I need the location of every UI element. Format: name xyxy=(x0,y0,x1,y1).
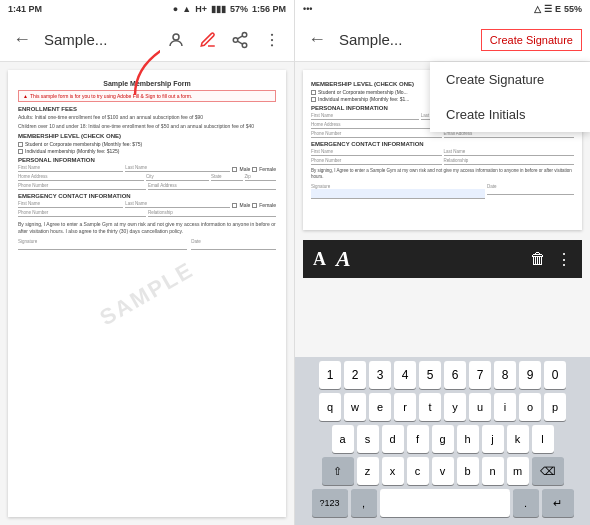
key-k[interactable]: k xyxy=(507,425,529,453)
emg-male-checkbox[interactable] xyxy=(232,203,237,208)
key-z[interactable]: z xyxy=(357,457,379,485)
key-0[interactable]: 0 xyxy=(544,361,566,389)
space-key[interactable] xyxy=(380,489,510,517)
right-phone[interactable]: Phone Number xyxy=(311,131,442,138)
right-first-name[interactable]: First Name xyxy=(311,113,419,120)
key-l[interactable]: l xyxy=(532,425,554,453)
key-m[interactable]: m xyxy=(507,457,529,485)
email-field[interactable]: Email Address xyxy=(148,183,276,190)
key-7[interactable]: 7 xyxy=(469,361,491,389)
key-b[interactable]: b xyxy=(457,457,479,485)
membership-opt1: Student or Corporate membership (Monthly… xyxy=(18,141,276,147)
right-emg-first[interactable]: First Name xyxy=(311,149,442,156)
right-doc-title: Sample... xyxy=(339,31,473,48)
emg-relationship[interactable]: Relationship xyxy=(148,210,276,217)
last-name-field[interactable]: Last Name xyxy=(125,165,230,172)
right-date-field[interactable]: Date xyxy=(487,184,574,199)
sig-delete-button[interactable]: 🗑 xyxy=(530,250,546,268)
right-emg-relationship[interactable]: Relationship xyxy=(444,158,575,165)
membership-title: MEMBERSHIP LEVEL (CHECK ONE) xyxy=(18,133,276,139)
right-status-bar: ••• △ ☰ E 55% xyxy=(295,0,590,18)
key-i[interactable]: i xyxy=(494,393,516,421)
address-field[interactable]: Home Address xyxy=(18,174,144,181)
sig-more-button[interactable]: ⋮ xyxy=(556,250,572,269)
key-u[interactable]: u xyxy=(469,393,491,421)
first-name-field[interactable]: First Name xyxy=(18,165,123,172)
key-s[interactable]: s xyxy=(357,425,379,453)
right-emg-phone[interactable]: Phone Number xyxy=(311,158,442,165)
key-p[interactable]: p xyxy=(544,393,566,421)
person-icon[interactable] xyxy=(162,26,190,54)
sig-letter-plain[interactable]: A xyxy=(313,249,326,270)
emg-phone[interactable]: Phone Number xyxy=(18,210,146,217)
enrollment-title: ENROLLMENT FEES xyxy=(18,106,276,112)
female-checkbox[interactable] xyxy=(252,167,257,172)
key-e[interactable]: e xyxy=(369,393,391,421)
city-field[interactable]: City xyxy=(146,174,209,181)
enter-key[interactable]: ↵ xyxy=(542,489,574,517)
warning-icon: ▲ xyxy=(23,93,28,99)
svg-point-8 xyxy=(271,44,273,46)
male-checkbox[interactable] xyxy=(232,167,237,172)
key-1[interactable]: 1 xyxy=(319,361,341,389)
key-8[interactable]: 8 xyxy=(494,361,516,389)
right-back-button[interactable]: ← xyxy=(303,26,331,54)
key-c[interactable]: c xyxy=(407,457,429,485)
signature-field[interactable]: Signature xyxy=(18,239,187,250)
state-field[interactable]: State xyxy=(211,174,243,181)
zip-field[interactable]: Zip xyxy=(245,174,277,181)
key-9[interactable]: 9 xyxy=(519,361,541,389)
key-3[interactable]: 3 xyxy=(369,361,391,389)
right-signature-field[interactable]: Signature xyxy=(311,184,485,199)
checkbox1[interactable] xyxy=(18,142,23,147)
right-email[interactable]: Email Address xyxy=(444,131,575,138)
right-checkbox1[interactable] xyxy=(311,90,316,95)
key-d[interactable]: d xyxy=(382,425,404,453)
date-field[interactable]: Date xyxy=(191,239,276,250)
comma-key[interactable]: , xyxy=(351,489,377,517)
key-g[interactable]: g xyxy=(432,425,454,453)
back-button[interactable]: ← xyxy=(8,26,36,54)
right-address[interactable]: Home Address xyxy=(311,122,440,129)
key-5[interactable]: 5 xyxy=(419,361,441,389)
left-content: Sample Membership Form ▲ This sample for… xyxy=(0,62,294,525)
dropdown-create-signature[interactable]: Create Signature xyxy=(430,62,590,97)
phone-field[interactable]: Phone Number xyxy=(18,183,146,190)
dropdown-create-initials[interactable]: Create Initials xyxy=(430,97,590,132)
more-icon[interactable] xyxy=(258,26,286,54)
emg-first-name[interactable]: First Name xyxy=(18,201,123,208)
right-status-dots: ••• xyxy=(303,4,312,14)
key-v[interactable]: v xyxy=(432,457,454,485)
delete-key[interactable]: ⌫ xyxy=(532,457,564,485)
key-x[interactable]: x xyxy=(382,457,404,485)
key-2[interactable]: 2 xyxy=(344,361,366,389)
period-key[interactable]: . xyxy=(513,489,539,517)
edit-icon[interactable] xyxy=(194,26,222,54)
key-j[interactable]: j xyxy=(482,425,504,453)
checkbox2[interactable] xyxy=(18,149,23,154)
shift-key[interactable]: ⇧ xyxy=(322,457,354,485)
key-h[interactable]: h xyxy=(457,425,479,453)
key-y[interactable]: y xyxy=(444,393,466,421)
sign-row: Signature Date xyxy=(18,239,276,250)
key-t[interactable]: t xyxy=(419,393,441,421)
key-f[interactable]: f xyxy=(407,425,429,453)
key-4[interactable]: 4 xyxy=(394,361,416,389)
key-w[interactable]: w xyxy=(344,393,366,421)
key-q[interactable]: q xyxy=(319,393,341,421)
key-o[interactable]: o xyxy=(519,393,541,421)
num-key[interactable]: ?123 xyxy=(312,489,348,517)
key-a[interactable]: a xyxy=(332,425,354,453)
key-n[interactable]: n xyxy=(482,457,504,485)
emg-last-name[interactable]: Last Name xyxy=(125,201,230,208)
right-status-icons: △ ☰ E 55% xyxy=(534,4,582,14)
create-signature-button[interactable]: Create Signature xyxy=(481,29,582,51)
share-icon[interactable] xyxy=(226,26,254,54)
emg-female-checkbox[interactable] xyxy=(252,203,257,208)
left-status-time: 1:41 PM xyxy=(8,4,42,14)
right-emg-last[interactable]: Last Name xyxy=(444,149,575,156)
key-r[interactable]: r xyxy=(394,393,416,421)
right-checkbox2[interactable] xyxy=(311,97,316,102)
key-6[interactable]: 6 xyxy=(444,361,466,389)
sig-letter-styled[interactable]: A xyxy=(336,246,351,272)
